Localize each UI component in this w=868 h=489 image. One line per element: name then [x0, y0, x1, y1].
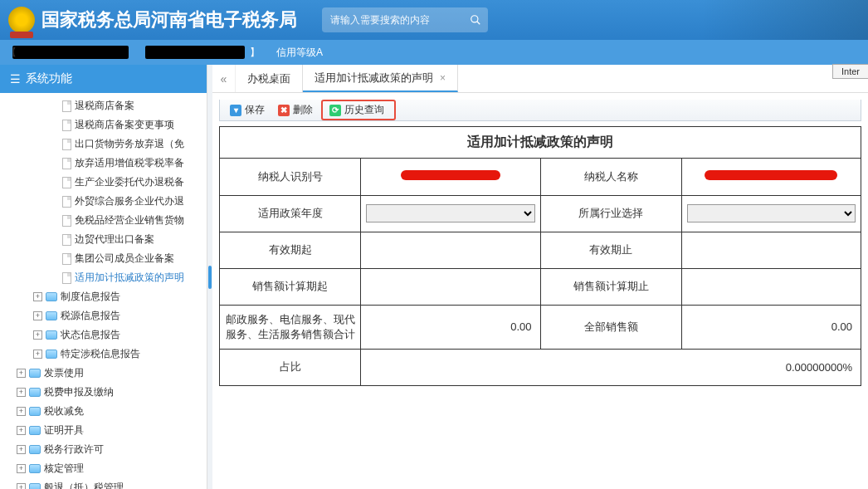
expand-icon[interactable]: +: [17, 483, 26, 489]
expand-icon[interactable]: +: [33, 350, 42, 359]
tree-item-label: 税费申报及缴纳: [44, 385, 114, 399]
tree-item[interactable]: 退税商店备案变更事项: [0, 115, 207, 134]
redacted-org-info: [145, 46, 245, 59]
tree-item[interactable]: 适用加计抵减政策的声明: [0, 268, 207, 287]
ratio-value: 0.00000000%: [366, 361, 856, 374]
tab-close-icon[interactable]: ×: [440, 72, 446, 84]
ratio-label: 占比: [220, 349, 361, 385]
tree-item[interactable]: +般退（抵）税管理: [0, 478, 207, 489]
tree-item[interactable]: +税费申报及缴纳: [0, 383, 207, 402]
file-icon: [62, 177, 71, 188]
tree-item[interactable]: 生产企业委托代办退税备: [0, 173, 207, 192]
expand-icon[interactable]: +: [33, 330, 42, 340]
tree-item[interactable]: +特定涉税信息报告: [0, 345, 207, 364]
expand-icon[interactable]: +: [33, 311, 42, 320]
file-icon: [62, 100, 71, 112]
tree-item[interactable]: +制度信息报告: [0, 287, 207, 306]
tree-item[interactable]: 外贸综合服务企业代办退: [0, 192, 207, 211]
form-toolbar: ▾ 保存 ✖ 删除 ⟳ 历史查询: [219, 100, 861, 121]
tree-item[interactable]: 免税品经营企业销售货物: [0, 211, 207, 230]
expand-icon[interactable]: +: [17, 445, 26, 454]
save-icon: ▾: [230, 105, 241, 116]
policy-year-label: 适用政策年度: [220, 195, 361, 232]
file-icon: [62, 158, 71, 169]
sales-period-from-value[interactable]: [361, 268, 541, 305]
sales-period-from-label: 销售额计算期起: [220, 268, 361, 305]
delete-label: 删除: [293, 103, 313, 117]
browser-hint: Inter: [832, 64, 868, 79]
total-sales-label: 全部销售额: [540, 305, 681, 349]
tree-item-label: 生产企业委托代办退税备: [75, 175, 184, 189]
tree-item[interactable]: +税务行政许可: [0, 440, 207, 459]
taxpayer-name-value: [681, 159, 861, 195]
search-icon: [470, 14, 481, 26]
tree-item[interactable]: 边贸代理出口备案: [0, 230, 207, 249]
tab[interactable]: 办税桌面: [236, 65, 303, 92]
nav-tree[interactable]: 退税商店备案退税商店备案变更事项出口货物劳务放弃退（免放弃适用增值税零税率备生产…: [0, 93, 207, 489]
valid-to-label: 有效期止: [540, 232, 681, 268]
tree-item[interactable]: +证明开具: [0, 421, 207, 440]
policy-year-select[interactable]: [366, 204, 535, 222]
svg-point-0: [471, 16, 478, 22]
expand-icon[interactable]: +: [17, 426, 26, 435]
expand-icon[interactable]: +: [33, 292, 42, 301]
valid-to-value[interactable]: [681, 232, 861, 268]
service-sales-value: 0.00: [366, 320, 535, 333]
tree-item[interactable]: 出口货物劳务放弃退（免: [0, 134, 207, 154]
tree-item-label: 税源信息报告: [61, 309, 120, 323]
folder-icon: [46, 292, 57, 301]
folder-icon: [29, 464, 41, 473]
file-icon: [62, 234, 71, 246]
content-area: Inter « 办税桌面适用加计抵减政策的声明× ▾ 保存 ✖ 删除 ⟳ 历史查…: [212, 65, 868, 489]
search-box: [322, 7, 488, 32]
folder-icon: [46, 311, 57, 320]
tree-item[interactable]: 放弃适用增值税零税率备: [0, 154, 207, 173]
tabs-row: « 办税桌面适用加计抵减政策的声明×: [212, 65, 868, 93]
save-button[interactable]: ▾ 保存: [225, 101, 270, 119]
collapse-sidebar-button[interactable]: «: [212, 65, 236, 92]
delete-button[interactable]: ✖ 删除: [273, 101, 318, 119]
service-sales-label: 邮政服务、电信服务、现代服务、生活服务销售额合计: [220, 305, 361, 349]
file-icon: [62, 196, 71, 208]
expand-icon[interactable]: +: [17, 388, 26, 397]
tree-item-label: 证明开具: [44, 423, 84, 438]
expand-icon[interactable]: +: [17, 369, 26, 378]
redacted-taxpayer-id: [401, 170, 500, 180]
tree-item-label: 适用加计抵减政策的声明: [75, 271, 184, 285]
tab[interactable]: 适用加计抵减政策的声明×: [303, 65, 458, 92]
tree-item[interactable]: 退税商店备案: [0, 96, 207, 115]
valid-from-label: 有效期起: [220, 232, 361, 268]
tree-item[interactable]: +税收减免: [0, 402, 207, 421]
expand-icon[interactable]: +: [17, 407, 26, 416]
industry-label: 所属行业选择: [540, 195, 681, 232]
valid-from-value[interactable]: [361, 232, 541, 268]
app-title: 国家税务总局河南省电子税务局: [41, 7, 297, 32]
tree-item-label: 退税商店备案: [75, 99, 134, 113]
search-input[interactable]: [322, 14, 463, 26]
tree-item[interactable]: 集团公司成员企业备案: [0, 249, 207, 268]
total-sales-value: 0.00: [687, 320, 856, 333]
tree-item[interactable]: +核定管理: [0, 459, 207, 478]
tree-item-label: 税收减免: [44, 404, 84, 418]
sales-period-to-value[interactable]: [681, 268, 861, 305]
tree-item-label: 退税商店备案变更事项: [75, 118, 174, 132]
tree-item[interactable]: +税源信息报告: [0, 306, 207, 325]
tree-item[interactable]: +发票使用: [0, 364, 207, 383]
sales-period-to-label: 销售额计算期止: [540, 268, 681, 305]
credit-rating-label: 信用等级A: [276, 46, 323, 60]
tree-item-label: 集团公司成员企业备案: [75, 252, 174, 266]
tree-item-label: 制度信息报告: [61, 290, 120, 304]
search-button[interactable]: [463, 7, 488, 32]
tree-item[interactable]: +状态信息报告: [0, 325, 207, 345]
app-header: 国家税务总局河南省电子税务局: [0, 0, 868, 40]
history-query-button[interactable]: ⟳ 历史查询: [324, 101, 389, 119]
history-label: 历史查询: [344, 103, 384, 117]
highlight-frame: ⟳ 历史查询: [321, 100, 396, 120]
industry-select[interactable]: [687, 204, 856, 222]
tree-item-label: 状态信息报告: [61, 328, 120, 342]
tree-item-label: 般退（抵）税管理: [44, 481, 124, 489]
expand-icon[interactable]: +: [17, 464, 26, 473]
tree-item-label: 免税品经营企业销售货物: [75, 213, 184, 227]
tab-label: 适用加计抵减政策的声明: [315, 71, 433, 86]
taxpayer-id-label: 纳税人识别号: [220, 159, 361, 195]
